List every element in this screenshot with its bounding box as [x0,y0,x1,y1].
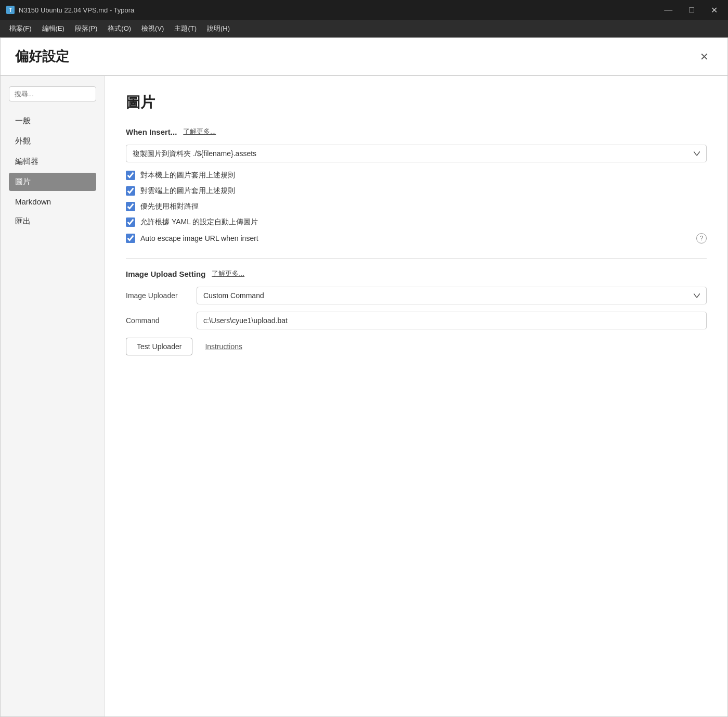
upload-setting-header: Image Upload Setting 了解更多... [126,269,707,278]
checkbox-auto-escape[interactable] [126,234,135,243]
checkbox-row-3: 允許根據 YAML 的設定自動上傳圖片 [126,217,707,227]
menu-help[interactable]: 說明(H) [202,22,235,35]
minimize-button[interactable]: — [660,3,677,17]
checkbox-row-1: 對雲端上的圖片套用上述規則 [126,186,707,196]
close-window-button[interactable]: ✕ [707,3,722,17]
menu-format[interactable]: 格式(O) [102,22,136,35]
checkbox-row-2: 優先使用相對路徑 [126,202,707,211]
uploader-dropdown[interactable]: Custom Command PicGo PicGo-Core iPic [197,287,707,304]
checkbox-yaml-upload[interactable] [126,217,135,227]
menu-bar: 檔案(F) 編輯(E) 段落(P) 格式(O) 檢視(V) 主題(T) 說明(H… [0,20,728,37]
checkbox-row-4: Auto escape image URL when insert [126,234,258,243]
image-upload-section: Image Upload Setting 了解更多... Image Uploa… [126,269,707,355]
prefs-title: 偏好設定 [15,47,69,66]
section-divider [126,258,707,259]
when-insert-header: When Insert... 了解更多... [126,127,707,136]
upload-setting-label: Image Upload Setting [126,270,205,278]
command-row: Command [126,312,707,329]
title-bar-left: T N3150 Ubuntu 22.04 VPS.md - Typora [6,6,134,14]
upload-setting-learn-more[interactable]: 了解更多... [212,269,244,278]
checkbox-relative-path[interactable] [126,202,135,211]
sidebar-item-editor[interactable]: 編輯器 [9,152,96,171]
when-insert-label: When Insert... [126,127,177,136]
menu-edit[interactable]: 編輯(E) [37,22,70,35]
help-icon[interactable]: ? [696,233,707,244]
prefs-body: 一般 外觀 編輯器 圖片 Markdown 匯出 圖片 When Insert.… [1,76,727,716]
menu-file[interactable]: 檔案(F) [4,22,37,35]
checkbox-label-4: Auto escape image URL when insert [140,234,258,242]
app-window: 偏好設定 ✕ 一般 外觀 編輯器 圖片 Markdown 匯出 圖片 When … [0,37,728,717]
sidebar-item-general[interactable]: 一般 [9,112,96,130]
window-title: N3150 Ubuntu 22.04 VPS.md - Typora [19,6,134,14]
instructions-link[interactable]: Instructions [205,342,242,351]
sidebar-item-markdown[interactable]: Markdown [9,193,96,210]
sidebar: 一般 外觀 編輯器 圖片 Markdown 匯出 [1,76,105,716]
prefs-close-button[interactable]: ✕ [696,48,713,65]
test-uploader-button[interactable]: Test Uploader [126,338,192,355]
uploader-dropdown-wrapper: Custom Command PicGo PicGo-Core iPic [197,287,707,304]
checkbox-cloud-images[interactable] [126,186,135,196]
command-input[interactable] [197,312,707,329]
checkbox-label-1: 對雲端上的圖片套用上述規則 [140,186,235,196]
maximize-button[interactable]: □ [685,3,698,17]
checkbox-group: 對本機上的圖片套用上述規則 對雲端上的圖片套用上述規則 優先使用相對路徑 允許根… [126,171,707,244]
command-label: Command [126,316,188,325]
uploader-label: Image Uploader [126,291,188,300]
sidebar-item-appearance[interactable]: 外觀 [9,132,96,150]
when-insert-learn-more[interactable]: 了解更多... [183,127,216,136]
sidebar-item-images[interactable]: 圖片 [9,173,96,191]
menu-view[interactable]: 檢視(V) [136,22,169,35]
command-input-wrapper [197,312,707,329]
checkbox-label-3: 允許根據 YAML 的設定自動上傳圖片 [140,217,258,227]
menu-theme[interactable]: 主題(T) [169,22,202,35]
checkbox-row-4-container: Auto escape image URL when insert ? [126,233,707,244]
window-controls: — □ ✕ [660,3,722,17]
page-title: 圖片 [126,93,707,112]
sidebar-item-export[interactable]: 匯出 [9,212,96,231]
search-input[interactable] [9,86,96,101]
prefs-header: 偏好設定 ✕ [1,38,727,75]
uploader-row: Image Uploader Custom Command PicGo PicG… [126,287,707,304]
action-row: Test Uploader Instructions [126,338,707,355]
checkbox-row-0: 對本機上的圖片套用上述規則 [126,171,707,180]
checkbox-label-2: 優先使用相對路徑 [140,202,199,211]
insert-location-dropdown[interactable]: 複製圖片到資料夾 ./${filename}.assets 複製圖片到目前資料夾… [126,145,707,162]
app-icon: T [6,6,15,14]
checkbox-label-0: 對本機上的圖片套用上述規則 [140,171,235,180]
content-area: 圖片 When Insert... 了解更多... 複製圖片到資料夾 ./${f… [105,76,727,716]
title-bar: T N3150 Ubuntu 22.04 VPS.md - Typora — □… [0,0,728,20]
menu-paragraph[interactable]: 段落(P) [70,22,102,35]
checkbox-local-images[interactable] [126,171,135,180]
